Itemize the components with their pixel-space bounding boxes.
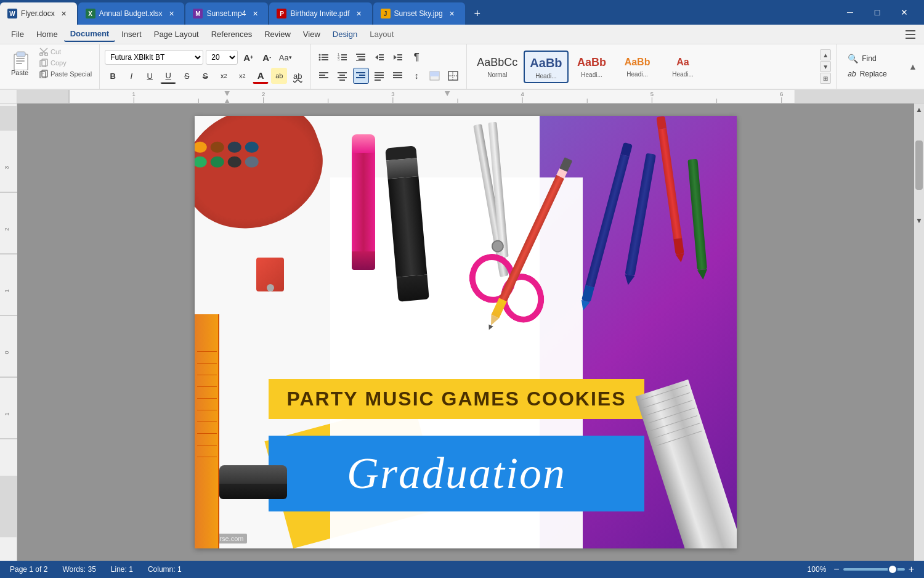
style-heading3-label: Headi... [626,71,647,78]
shrink-font-button[interactable]: A- [259,49,275,65]
menu-home[interactable]: Home [30,27,64,41]
copy-label: Copy [51,59,67,67]
align-extra-button[interactable] [390,68,406,84]
maximize-button[interactable]: □ [865,4,890,21]
superscript-button[interactable]: x2 [216,68,232,84]
menu-design[interactable]: Design [326,27,363,41]
menu-file[interactable]: File [5,27,30,41]
hamburger-menu[interactable] [902,26,919,43]
strikethrough-button[interactable]: S [179,68,195,84]
styles-expand[interactable]: ⊞ [820,73,831,84]
styles-scroll-down[interactable]: ▼ [820,61,831,72]
tab-flyer[interactable]: W Flyer.docx ✕ [0,2,77,25]
change-case-button[interactable]: Aa▾ [277,49,293,65]
page-info: Page 1 of 2 [10,565,47,574]
zoom-thumb[interactable] [888,564,898,574]
svg-text:2: 2 [262,91,265,97]
multilevel-button[interactable] [353,49,369,65]
main-area: 3 2 1 0 1 [0,104,924,561]
graduation-banner: Graduation [269,436,644,511]
subscript-button[interactable]: x2 [234,68,250,84]
align-right-button[interactable] [353,68,369,84]
font-size-select[interactable]: 20 [206,50,238,65]
bullets-button[interactable] [316,49,332,65]
highlight-button[interactable]: ab [271,68,287,84]
align-left-button[interactable] [316,68,332,84]
scrollbar-thumb[interactable] [915,140,923,190]
scrollbar-down-button[interactable]: ▼ [914,214,924,227]
borders-button[interactable] [445,68,461,84]
font-name-select[interactable]: Futura XBlkIt BT [105,50,203,65]
document-canvas[interactable]: PARTY MUSIC GAMES COOKIES Graduation fil… [17,104,914,561]
para-row-2: ↕ [316,68,461,84]
underline-button[interactable]: U [142,68,158,84]
strikethrough2-button[interactable]: S [197,68,213,84]
shading-button[interactable] [427,68,443,84]
styles-scroll-up[interactable]: ▲ [820,49,831,60]
svg-rect-89 [0,106,17,131]
style-normal[interactable]: AaBbCc Normal [472,52,522,81]
replace-button[interactable]: ab Replace [844,68,897,80]
menu-view[interactable]: View [297,27,326,41]
menu-layout[interactable]: Layout [363,27,400,41]
menu-insert[interactable]: Insert [115,27,148,41]
svg-rect-64 [17,90,924,103]
vertical-ruler: 3 2 1 0 1 [0,104,17,561]
numbering-button[interactable]: 1. 2. 3. [334,49,351,65]
style-heading1[interactable]: AaBb Headi... [524,51,568,83]
line-spacing-button[interactable]: ↕ [408,68,424,84]
font-color-button[interactable]: A [253,68,269,84]
svg-rect-28 [356,54,365,55]
highlight2-button[interactable]: ab [290,68,306,84]
underline2-button[interactable]: U [160,68,176,84]
hamburger-line [906,34,915,35]
tab-sky-close[interactable]: ✕ [447,8,458,19]
scrollbar-up-button[interactable]: ▲ [914,104,924,116]
new-tab-button[interactable]: + [466,2,488,25]
svg-rect-58 [393,77,402,78]
styles-group: AaBbCc Normal AaBb Headi... AaBb Headi..… [467,44,837,89]
tab-flyer-close[interactable]: ✕ [59,8,70,19]
graduation-text: Graduation [347,448,566,499]
style-heading3[interactable]: AaBb Headi... [615,53,660,79]
style-heading2[interactable]: AaBb Headi... [570,52,614,81]
svg-rect-49 [359,75,365,76]
bold-button[interactable]: B [105,68,121,84]
zoom-minus-button[interactable]: − [833,564,839,575]
menu-review[interactable]: Review [258,27,297,41]
menu-references[interactable]: References [205,27,258,41]
tab-budget[interactable]: X Annual Budget.xlsx ✕ [78,2,185,25]
paste-button[interactable]: Paste [5,47,34,79]
justify-button[interactable] [371,68,387,84]
cut-button[interactable]: Cut [37,47,94,57]
tab-sunset[interactable]: M Sunset.mp4 ✕ [185,2,268,25]
increase-indent-button[interactable] [390,49,406,65]
paste-special-button[interactable]: * Paste Special [37,69,94,79]
italic-button[interactable]: I [123,68,139,84]
status-right: 100% − + [808,564,914,575]
close-button[interactable]: ✕ [892,4,917,21]
zoom-plus-button[interactable]: + [909,564,914,575]
show-formatting-button[interactable]: ¶ [408,49,424,65]
tab-sky[interactable]: J Sunset Sky.jpg ✕ [373,2,465,25]
menu-pagelayout[interactable]: Page Layout [148,27,205,41]
find-button[interactable]: 🔍 Find [844,52,897,65]
tab-budget-close[interactable]: ✕ [166,8,177,19]
tab-birthday[interactable]: P Birthday Invite.pdf ✕ [269,2,371,25]
copy-button[interactable]: Copy [37,58,94,68]
tab-birthday-close[interactable]: ✕ [354,8,365,19]
tab-sunset-close[interactable]: ✕ [249,8,261,19]
svg-rect-40 [319,72,328,73]
column-info: Column: 1 [148,565,182,574]
zoom-slider[interactable] [843,568,905,571]
menu-document[interactable]: Document [64,26,116,42]
minimize-button[interactable]: ─ [838,4,862,21]
ribbon-collapse-button[interactable]: ▲ [904,62,922,71]
grow-font-button[interactable]: A+ [240,49,256,65]
vertical-scrollbar[interactable]: ▲ ▼ [914,104,924,561]
decrease-indent-button[interactable] [371,49,387,65]
word-count: Words: 35 [62,565,95,574]
align-center-button[interactable] [334,68,351,84]
banner-cookies: COOKIES [527,388,626,410]
style-heading4[interactable]: Aa Headi... [661,53,705,79]
